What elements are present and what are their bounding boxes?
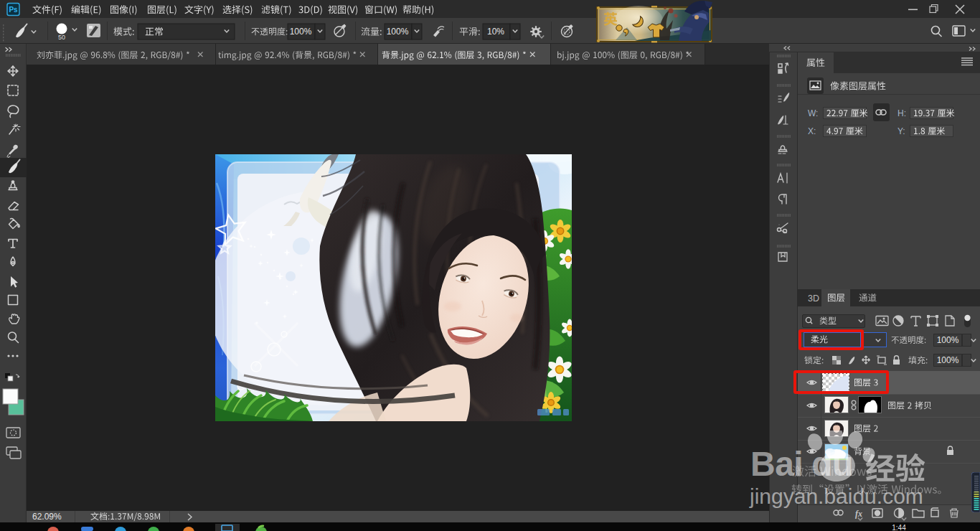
svg-text:Ps: Ps — [9, 6, 18, 14]
svg-text:fx: fx — [855, 509, 862, 519]
svg-text:1:44: 1:44 — [892, 524, 906, 531]
